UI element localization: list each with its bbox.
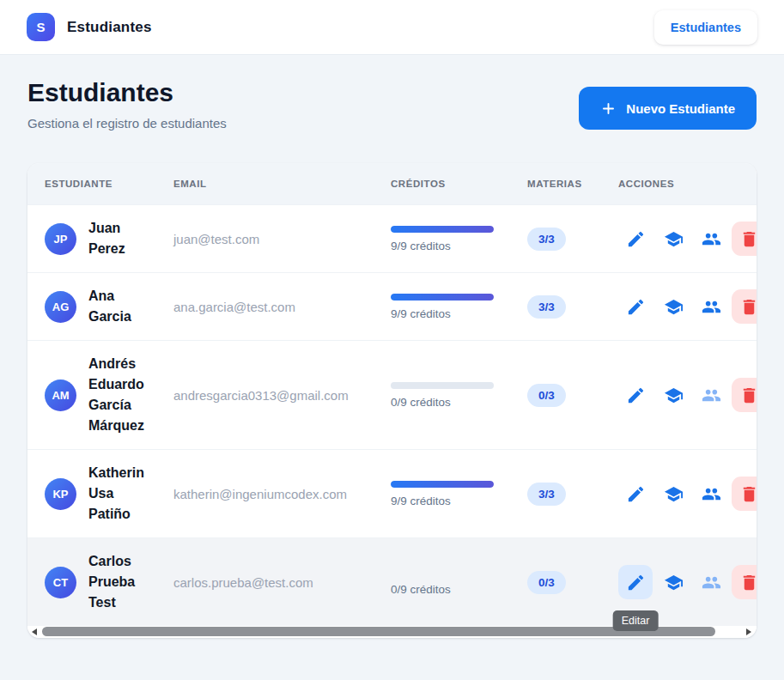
student-cell: CT Carlos Prueba Test (27, 551, 173, 613)
app-title: Estudiantes (67, 19, 152, 36)
students-table-card: ESTUDIANTE EMAIL CRÉDITOS MATERIAS ACCIO… (27, 163, 757, 638)
graduation-cap-icon (664, 484, 684, 504)
materias-cell: 3/3 (527, 483, 618, 506)
scroll-right-arrow-icon[interactable] (746, 628, 751, 635)
materias-badge: 0/3 (527, 384, 566, 407)
actions-cell (618, 378, 757, 412)
actions-cell (618, 222, 757, 256)
materias-cell: 0/3 (527, 571, 618, 594)
student-email: juan@test.com (173, 232, 391, 246)
credits-cell: 0/9 créditos (391, 382, 527, 409)
credits-label: 9/9 créditos (391, 240, 527, 252)
credits-progress-fill (391, 481, 494, 488)
student-email: carlos.prueba@test.com (173, 575, 391, 590)
credits-cell: 9/9 créditos (391, 481, 527, 507)
table-row: KP Katherin Usa Patiño katherin@ingenium… (27, 449, 757, 537)
student-cell: KP Katherin Usa Patiño (27, 463, 173, 525)
delete-button[interactable] (732, 378, 757, 412)
column-header-creditos: CRÉDITOS (391, 179, 527, 189)
avatar: AG (45, 291, 76, 323)
groups-button[interactable] (694, 477, 728, 511)
edit-button[interactable] (618, 222, 653, 256)
materias-cell: 0/3 (527, 384, 618, 407)
credits-progressbar (391, 226, 494, 233)
avatar: AM (45, 379, 76, 411)
materias-badge: 0/3 (527, 571, 566, 594)
people-icon (702, 297, 721, 317)
page-subtitle: Gestiona el registro de estudiantes (27, 116, 227, 131)
subjects-button[interactable] (656, 378, 690, 412)
student-name: Juan Perez (88, 218, 155, 259)
subjects-button[interactable] (656, 565, 690, 599)
edit-pencil-icon (626, 297, 646, 317)
people-icon (702, 229, 721, 249)
avatar: CT (45, 567, 76, 598)
student-name: Andrés Eduardo García Márquez (88, 354, 155, 436)
trash-icon (739, 229, 757, 249)
delete-button[interactable] (732, 565, 757, 599)
avatar: KP (45, 478, 76, 510)
page-head: Estudiantes Gestiona el registro de estu… (27, 77, 757, 131)
groups-button[interactable] (694, 289, 728, 324)
table-row: AM Andrés Eduardo García Márquez andresg… (27, 340, 757, 449)
delete-button[interactable] (732, 289, 757, 324)
credits-label: 9/9 créditos (391, 495, 527, 507)
credits-progressbar (391, 481, 494, 488)
new-student-button-label: Nuevo Estudiante (626, 101, 735, 116)
people-icon (702, 484, 721, 504)
trash-icon (739, 297, 757, 317)
student-email: ana.garcia@test.com (173, 300, 391, 314)
nav-estudiantes-button[interactable]: Estudiantes (654, 10, 757, 45)
materias-badge: 3/3 (527, 483, 566, 506)
tooltip: Editar (613, 610, 659, 631)
credits-progress-fill (391, 294, 494, 301)
student-name: Ana Garcia (88, 286, 155, 327)
students-table: ESTUDIANTE EMAIL CRÉDITOS MATERIAS ACCIO… (27, 163, 757, 626)
materias-cell: 3/3 (527, 295, 618, 319)
credits-cell: 9/9 créditos (391, 294, 527, 320)
subjects-button[interactable] (656, 289, 690, 324)
edit-pencil-icon (626, 229, 646, 249)
credits-cell: 9/9 créditos (391, 226, 527, 252)
avatar-initials: KP (52, 488, 68, 501)
page-title: Estudiantes (27, 77, 227, 108)
scroll-left-arrow-icon[interactable] (32, 628, 37, 635)
edit-button[interactable]: Editar (618, 565, 653, 599)
page-heading-block: Estudiantes Gestiona el registro de estu… (27, 77, 227, 131)
actions-cell: Editar (618, 565, 757, 599)
trash-icon (739, 386, 757, 405)
subjects-button[interactable] (656, 222, 690, 256)
student-email: katherin@ingeniumcodex.com (173, 487, 391, 501)
main-content: Estudiantes Gestiona el registro de estu… (0, 55, 784, 638)
table-header-row: ESTUDIANTE EMAIL CRÉDITOS MATERIAS ACCIO… (27, 163, 757, 204)
avatar-initials: JP (54, 233, 68, 246)
table-body: JP Juan Perez juan@test.com 9/9 créditos… (27, 204, 757, 626)
table-row: CT Carlos Prueba Test carlos.prueba@test… (27, 537, 757, 626)
credits-label: 9/9 créditos (391, 307, 527, 320)
credits-label: 0/9 créditos (391, 583, 527, 596)
graduation-cap-icon (664, 297, 684, 317)
subjects-button[interactable] (656, 477, 690, 511)
edit-button[interactable] (618, 289, 653, 324)
student-name: Carlos Prueba Test (88, 551, 155, 613)
edit-button[interactable] (618, 378, 653, 412)
delete-button[interactable] (732, 477, 757, 511)
edit-pencil-icon (626, 386, 646, 405)
groups-button[interactable] (694, 378, 728, 412)
groups-button[interactable] (694, 222, 728, 256)
credits-progressbar (391, 382, 494, 389)
student-cell: AM Andrés Eduardo García Márquez (27, 354, 173, 436)
avatar-initials: AM (52, 389, 69, 402)
edit-button[interactable] (618, 477, 653, 511)
groups-button[interactable] (694, 565, 728, 599)
student-cell: AG Ana Garcia (27, 286, 173, 327)
graduation-cap-icon (664, 573, 684, 592)
column-header-estudiante: ESTUDIANTE (27, 179, 173, 189)
edit-pencil-icon (626, 484, 646, 504)
credits-progressbar (391, 294, 494, 301)
credits-cell: 0/9 créditos (391, 569, 527, 596)
plus-icon (600, 100, 617, 117)
trash-icon (739, 484, 757, 504)
new-student-button[interactable]: Nuevo Estudiante (579, 87, 757, 130)
delete-button[interactable] (732, 222, 757, 256)
